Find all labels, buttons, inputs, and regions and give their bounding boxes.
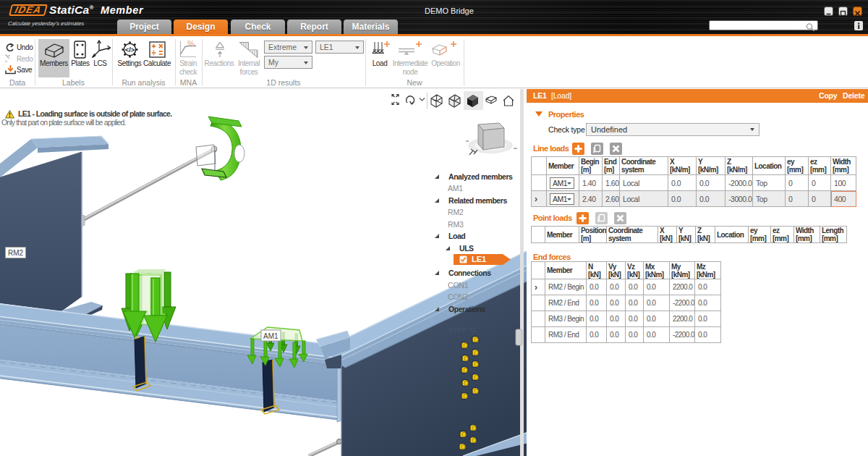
svg-text:STIFF T2: STIFF T2 [448,326,476,334]
svg-text:AM1: AM1 [263,332,278,340]
svg-text:</>: </> [125,46,135,54]
svg-text:%: % [187,41,195,48]
